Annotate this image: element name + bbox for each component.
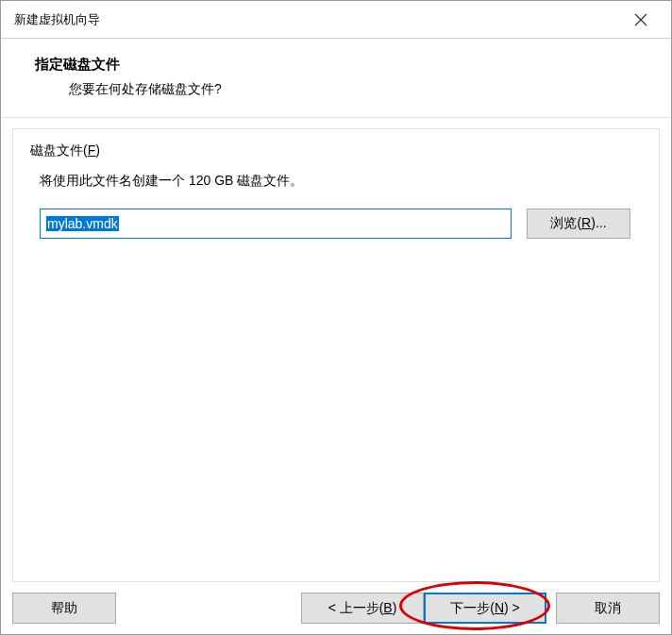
window-title: 新建虚拟机向导 (14, 11, 100, 28)
wizard-header: 指定磁盘文件 您要在何处存储磁盘文件? (1, 39, 671, 118)
titlebar: 新建虚拟机向导 (1, 1, 671, 39)
close-icon (634, 13, 647, 26)
cancel-button[interactable]: 取消 (556, 593, 660, 624)
wizard-button-bar: 帮助 < 上一步(B) 下一步(N) > 取消 (1, 582, 671, 634)
disk-file-input-value: mylab.vmdk (46, 216, 119, 231)
content-panel: 磁盘文件(F) 将使用此文件名创建一个 120 GB 磁盘文件。 mylab.v… (12, 128, 660, 582)
disk-file-description: 将使用此文件名创建一个 120 GB 磁盘文件。 (40, 173, 642, 190)
wizard-step-subtitle: 您要在何处存储磁盘文件? (69, 81, 658, 98)
back-button[interactable]: < 上一步(B) (301, 593, 424, 624)
disk-file-label: 磁盘文件(F) (30, 142, 642, 159)
close-button[interactable] (622, 6, 660, 34)
file-input-row: mylab.vmdk 浏览(R)... (40, 209, 642, 239)
disk-file-input[interactable]: mylab.vmdk (40, 209, 512, 239)
wizard-step-title: 指定磁盘文件 (35, 56, 658, 74)
next-button[interactable]: 下一步(N) > (424, 593, 546, 624)
browse-button[interactable]: 浏览(R)... (527, 209, 630, 239)
help-button[interactable]: 帮助 (12, 593, 116, 624)
